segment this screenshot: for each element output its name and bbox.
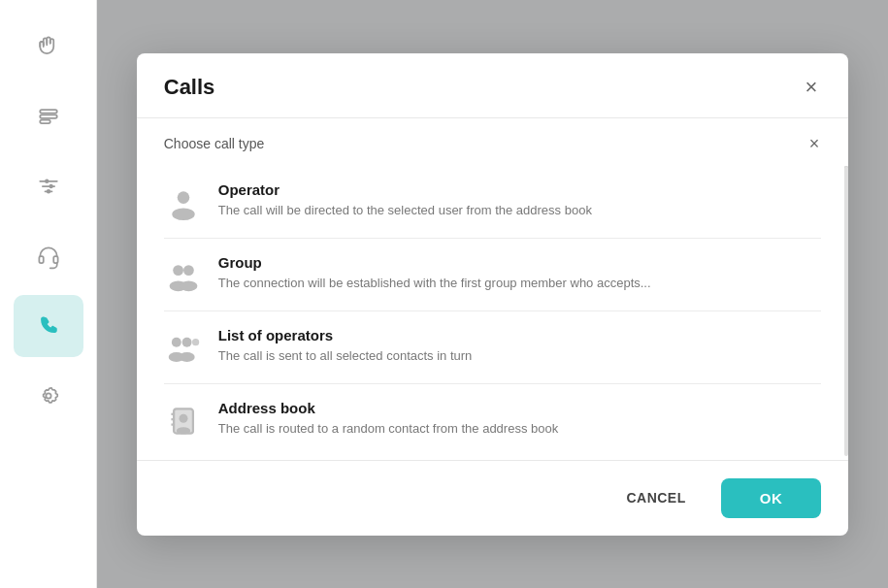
main-area: Calls × Choose call type × — [97, 0, 888, 588]
option-group[interactable]: Group The connection will be established… — [164, 239, 822, 311]
svg-rect-0 — [40, 110, 57, 114]
group-title: Group — [218, 254, 822, 271]
list-of-operators-icon — [164, 329, 203, 368]
sidebar-item-calls[interactable] — [14, 295, 83, 357]
options-list-wrapper: Operator The call will be directed to th… — [137, 166, 849, 456]
svg-point-17 — [180, 280, 197, 291]
app-container: Calls × Choose call type × — [0, 0, 888, 588]
sidebar-item-queue[interactable] — [14, 85, 83, 147]
operator-desc: The call will be directed to the selecte… — [218, 202, 822, 219]
sidebar-item-filter[interactable] — [14, 155, 83, 217]
svg-rect-2 — [40, 120, 50, 124]
operator-title: Operator — [218, 181, 822, 198]
option-operator[interactable]: Operator The call will be directed to th… — [164, 166, 822, 239]
svg-point-21 — [179, 352, 194, 362]
list-of-operators-title: List of operators — [218, 327, 822, 343]
svg-point-24 — [179, 413, 187, 422]
dialog: Calls × Choose call type × — [137, 53, 849, 536]
svg-point-15 — [183, 265, 194, 276]
option-list-of-operators[interactable]: List of operators The call is sent to al… — [164, 311, 822, 384]
cancel-button[interactable]: CANCEL — [607, 480, 705, 515]
svg-rect-10 — [53, 256, 57, 263]
dialog-title: Calls — [164, 75, 215, 100]
group-text: Group The connection will be established… — [218, 254, 822, 292]
group-desc: The connection will be established with … — [218, 275, 822, 292]
sub-header-label: Choose call type — [164, 136, 265, 151]
group-icon — [164, 256, 203, 295]
sidebar-item-hands[interactable] — [14, 16, 83, 78]
address-book-text: Address book The call is routed to a ran… — [218, 400, 822, 438]
address-book-title: Address book — [218, 400, 822, 416]
svg-point-7 — [49, 184, 52, 188]
svg-point-18 — [172, 337, 181, 346]
overlay: Calls × Choose call type × — [97, 0, 888, 588]
dialog-footer: CANCEL OK — [137, 460, 849, 536]
svg-point-8 — [46, 189, 49, 193]
sidebar — [0, 0, 97, 588]
sub-header-close-button[interactable]: × — [807, 132, 822, 156]
svg-point-19 — [181, 337, 191, 346]
sub-header: Choose call type × — [137, 118, 849, 166]
operator-icon — [164, 183, 203, 222]
svg-rect-9 — [39, 256, 43, 263]
address-book-icon — [164, 402, 203, 441]
dialog-header: Calls × — [137, 53, 849, 118]
operator-text: Operator The call will be directed to th… — [218, 181, 822, 219]
option-address-book[interactable]: Address book The call is routed to a ran… — [164, 384, 822, 456]
scrollbar-thumb[interactable] — [844, 166, 848, 340]
svg-point-13 — [172, 208, 194, 220]
dialog-close-button[interactable]: × — [801, 73, 821, 102]
svg-point-12 — [177, 191, 189, 204]
svg-point-14 — [173, 265, 183, 276]
address-book-desc: The call is routed to a random contact f… — [218, 420, 822, 438]
svg-point-25 — [177, 427, 190, 434]
svg-point-11 — [46, 393, 50, 398]
svg-rect-1 — [40, 114, 57, 118]
list-of-operators-desc: The call is sent to all selected contact… — [218, 347, 822, 365]
sidebar-item-headset[interactable] — [14, 225, 83, 287]
ok-button[interactable]: OK — [721, 478, 822, 518]
svg-point-22 — [192, 339, 199, 345]
sidebar-item-settings[interactable] — [14, 365, 83, 427]
list-of-operators-text: List of operators The call is sent to al… — [218, 327, 822, 365]
svg-point-6 — [45, 180, 49, 183]
